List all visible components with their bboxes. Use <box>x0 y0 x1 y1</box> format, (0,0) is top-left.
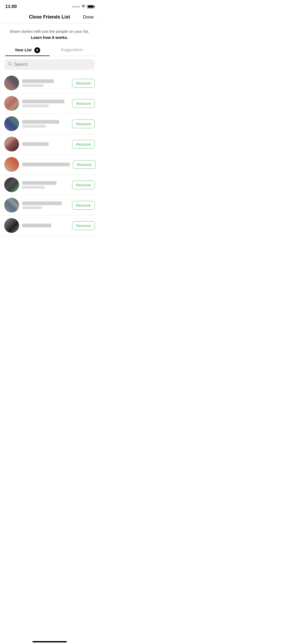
list-item: Remove <box>0 114 99 134</box>
avatar <box>4 218 19 233</box>
remove-button[interactable]: Remove <box>72 79 95 88</box>
username-bar <box>22 120 59 124</box>
remove-button[interactable]: Remove <box>72 140 95 149</box>
remove-button[interactable]: Remove <box>72 99 95 108</box>
username-bar <box>22 181 56 185</box>
learn-more-link[interactable]: Learn how it works. <box>31 35 68 40</box>
header: Close Friends List Done <box>0 12 99 23</box>
tab-badge: 9 <box>34 47 40 53</box>
user-info <box>22 201 69 209</box>
list-item: Remove <box>0 215 99 236</box>
fullname-bar <box>22 125 46 128</box>
user-info <box>22 142 69 146</box>
username-bar <box>22 100 64 103</box>
status-time: 11:00 <box>5 4 17 9</box>
remove-button[interactable]: Remove <box>72 181 95 189</box>
avatar <box>4 198 19 213</box>
tab-your-list[interactable]: Your List 9 <box>5 45 50 56</box>
remove-button[interactable]: Remove <box>72 201 95 210</box>
remove-button[interactable]: Remove <box>72 221 95 230</box>
remove-button[interactable]: Remove <box>72 119 95 128</box>
user-info <box>22 120 69 128</box>
username-bar <box>22 79 54 83</box>
search-icon <box>8 62 12 67</box>
description-text: Share stories with just the people on yo… <box>10 29 89 34</box>
done-button[interactable]: Done <box>83 15 94 20</box>
remove-button[interactable]: Remove <box>73 160 96 169</box>
battery-icon <box>87 5 94 8</box>
status-bar: 11:00 <box>0 0 99 12</box>
username-bar <box>22 163 70 166</box>
list-item: Remove <box>0 93 99 114</box>
tab-suggestions[interactable]: Suggestions <box>50 45 94 56</box>
friends-list: Remove Remove Remove Remove <box>0 73 99 236</box>
list-item: Remove <box>0 195 99 215</box>
wifi-icon <box>81 4 86 9</box>
avatar <box>4 137 19 151</box>
avatar <box>4 96 19 111</box>
avatar <box>4 177 19 192</box>
user-info <box>22 100 69 107</box>
status-icons <box>72 4 94 9</box>
list-item: Remove <box>0 154 99 175</box>
fullname-bar <box>22 186 45 189</box>
tab-suggestions-label: Suggestions <box>61 47 83 52</box>
username-bar <box>22 201 62 205</box>
tab-your-list-label: Your List <box>15 48 32 52</box>
signal-icon <box>72 6 80 7</box>
tabs-bar: Your List 9 Suggestions <box>0 45 99 56</box>
search-container <box>0 56 99 73</box>
svg-line-1 <box>11 65 12 66</box>
avatar <box>4 116 19 131</box>
fullname-bar <box>22 104 49 107</box>
description-section: Share stories with just the people on yo… <box>0 23 99 45</box>
avatar <box>4 157 19 172</box>
user-info <box>22 163 70 166</box>
user-info <box>22 181 69 189</box>
avatar <box>4 76 19 90</box>
fullname-bar <box>22 84 43 87</box>
list-item: Remove <box>0 175 99 195</box>
user-info <box>22 79 69 87</box>
page-title: Close Friends List <box>16 14 83 20</box>
username-bar <box>22 224 51 227</box>
fullname-bar <box>22 206 42 209</box>
list-item: Remove <box>0 134 99 154</box>
username-bar <box>22 142 49 146</box>
search-box <box>4 59 95 70</box>
user-info <box>22 224 69 227</box>
search-input[interactable] <box>14 62 91 67</box>
list-item: Remove <box>0 73 99 93</box>
